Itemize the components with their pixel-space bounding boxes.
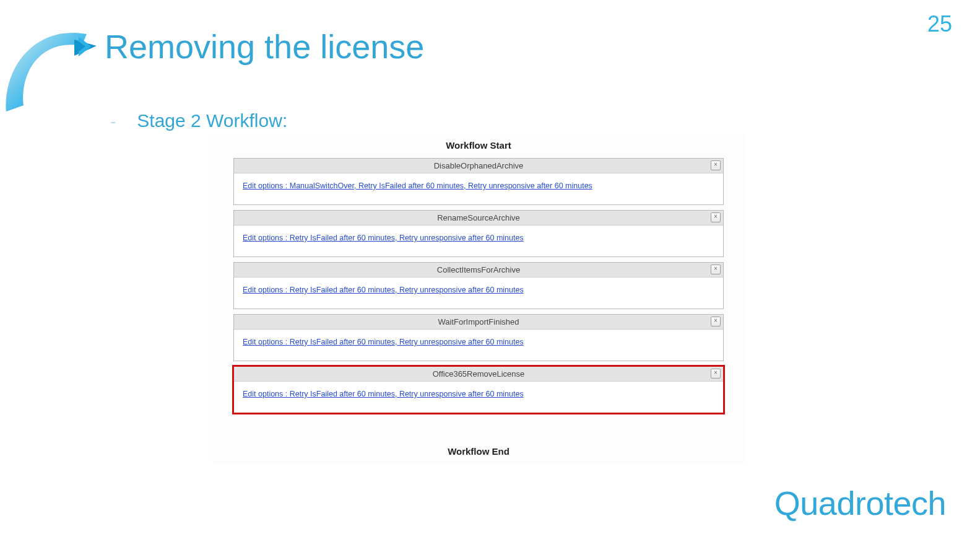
- workflow-step-name: RenameSourceArchive: [437, 213, 520, 222]
- brand-logo: Quadrotech: [774, 484, 946, 522]
- edit-options-link[interactable]: Edit options : ManualSwitchOver, Retry I…: [243, 182, 592, 190]
- workflow-step-name: DisableOrphanedArchive: [434, 161, 524, 170]
- workflow-step: WaitForImportFinished×Edit options : Ret…: [233, 314, 724, 361]
- edit-options-link[interactable]: Edit options : Retry IsFailed after 60 m…: [243, 338, 524, 346]
- workflow-step-header: CollectItemsForArchive×: [234, 263, 723, 278]
- workflow-step-header: WaitForImportFinished×: [234, 315, 723, 330]
- workflow-step-header: Office365RemoveLicense×: [234, 367, 723, 382]
- slide-title: Removing the license: [105, 27, 424, 66]
- workflow-step-name: Office365RemoveLicense: [433, 369, 525, 379]
- workflow-step: CollectItemsForArchive×Edit options : Re…: [233, 262, 724, 309]
- workflow-step: Office365RemoveLicense×Edit options : Re…: [233, 366, 724, 413]
- edit-options-link[interactable]: Edit options : Retry IsFailed after 60 m…: [243, 234, 524, 242]
- page-number: 25: [927, 11, 952, 37]
- workflow-step-body: Edit options : Retry IsFailed after 60 m…: [234, 382, 723, 413]
- bullet-row: - Stage 2 Workflow:: [110, 110, 287, 131]
- workflow-step-body: Edit options : Retry IsFailed after 60 m…: [234, 278, 723, 309]
- bullet-marker: -: [110, 112, 116, 131]
- workflow-step-name: CollectItemsForArchive: [437, 265, 520, 274]
- bullet-text: Stage 2 Workflow:: [137, 110, 287, 131]
- body-content: - Stage 2 Workflow:: [110, 110, 287, 131]
- chevron-right-icon: [77, 35, 93, 58]
- workflow-step-header: RenameSourceArchive×: [234, 211, 723, 226]
- workflow-end-label: Workflow End: [212, 418, 745, 464]
- workflow-panel: Workflow Start DisableOrphanedArchive×Ed…: [212, 134, 745, 464]
- edit-options-link[interactable]: Edit options : Retry IsFailed after 60 m…: [243, 286, 524, 294]
- workflow-start-label: Workflow Start: [212, 134, 745, 158]
- close-icon[interactable]: ×: [711, 212, 721, 222]
- edit-options-link[interactable]: Edit options : Retry IsFailed after 60 m…: [243, 390, 524, 398]
- close-icon[interactable]: ×: [711, 160, 721, 170]
- workflow-step-name: WaitForImportFinished: [438, 317, 519, 326]
- workflow-step-body: Edit options : ManualSwitchOver, Retry I…: [234, 173, 723, 204]
- workflow-step-body: Edit options : Retry IsFailed after 60 m…: [234, 330, 723, 361]
- slide-title-row: Removing the license: [77, 27, 424, 66]
- workflow-step: RenameSourceArchive×Edit options : Retry…: [233, 210, 724, 257]
- close-icon[interactable]: ×: [711, 317, 721, 326]
- close-icon[interactable]: ×: [711, 265, 721, 274]
- close-icon[interactable]: ×: [711, 369, 721, 379]
- workflow-step-header: DisableOrphanedArchive×: [234, 159, 723, 173]
- workflow-step: DisableOrphanedArchive×Edit options : Ma…: [233, 158, 724, 205]
- workflow-step-body: Edit options : Retry IsFailed after 60 m…: [234, 226, 723, 256]
